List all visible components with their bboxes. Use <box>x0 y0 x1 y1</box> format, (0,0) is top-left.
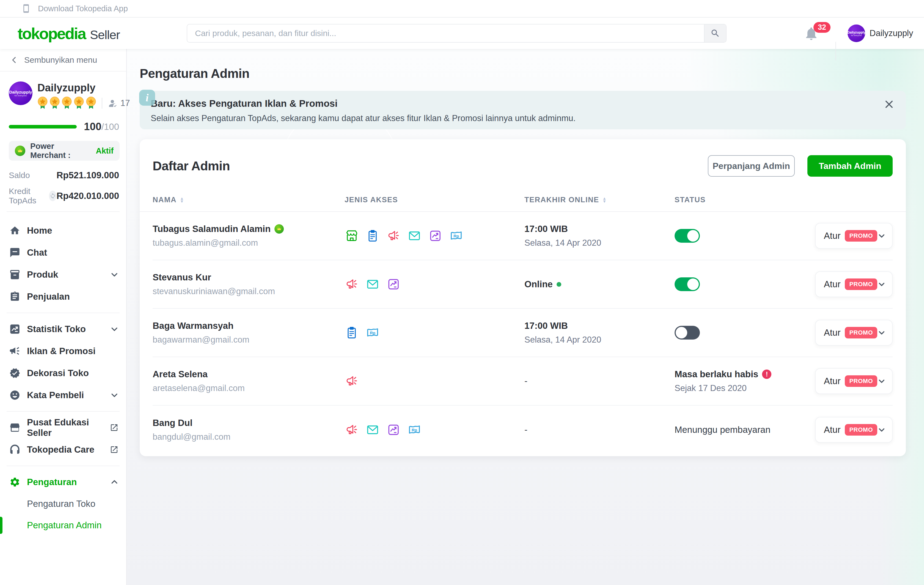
table-header: Nama ▲▼ Jenis Akses Terakhir Online ▲▼ S… <box>140 188 906 212</box>
follower-count[interactable]: 17 <box>108 98 130 108</box>
tokopedia-seller-logo[interactable]: tokopedia Seller <box>18 24 120 43</box>
tambah-admin-button[interactable]: Tambah Admin <box>807 155 893 177</box>
sidebar-item-pengaturan-toko[interactable]: Pengaturan Toko <box>0 493 126 514</box>
status-toggle[interactable] <box>675 229 700 243</box>
saldo-label: Saldo <box>9 170 30 180</box>
shop-name[interactable]: Dailyzupply <box>37 82 130 94</box>
sidebar-item-dekorasi-toko[interactable]: Dekorasi Toko <box>0 362 126 384</box>
star-medal-icon <box>62 97 72 110</box>
sidebar-item-penjualan[interactable]: Penjualan <box>0 286 126 307</box>
table-row: Areta Selenaaretaselena@gmail.com-Masa b… <box>153 357 893 406</box>
search-input[interactable] <box>187 29 704 38</box>
atur-label: Atur <box>824 279 841 289</box>
sidebar-item-pengaturan-admin[interactable]: Pengaturan Admin <box>0 514 126 536</box>
chevron-down-icon <box>878 280 886 288</box>
chevron-down-icon <box>110 325 119 333</box>
chevron-down-icon <box>110 271 119 279</box>
collapse-menu-button[interactable]: Sembunyikan menu <box>0 49 126 71</box>
chat-access-icon <box>365 423 380 437</box>
sidebar-item-home[interactable]: Home <box>0 220 126 241</box>
close-icon[interactable] <box>884 99 894 109</box>
gear-icon <box>9 477 21 488</box>
finance-access-icon: Rp <box>449 229 464 243</box>
table-body: Tubagus Salamudin Alamintubagus.alamin@g… <box>140 212 906 454</box>
admin-email: bangdul@gmail.com <box>153 432 345 442</box>
topads-credit-value: Rp420.010.000 <box>56 191 119 201</box>
wallet-summary: Saldo Rp521.109.000 Kredit TopAds Rp420.… <box>0 161 126 205</box>
page-title: Pengaturan Admin <box>140 49 906 81</box>
last-online: - <box>525 376 675 386</box>
active-indicator <box>0 517 2 534</box>
atur-button[interactable]: AturPROMO <box>815 271 893 297</box>
last-online-date: Selasa, 14 Apr 2020 <box>525 335 675 345</box>
chat-access-icon <box>365 277 380 291</box>
admin-name: Baga Warmansyah <box>153 321 345 331</box>
sidebar-item-statistik-toko[interactable]: Statistik Toko <box>0 318 126 340</box>
score-value: 100 <box>84 121 101 133</box>
perpanjang-admin-button[interactable]: Perpanjang Admin <box>708 155 795 177</box>
shop-avatar[interactable]: Dailyzupply for everyone <box>9 81 33 105</box>
orders-access-icon <box>365 229 380 243</box>
topads-credit-row[interactable]: Kredit TopAds Rp420.010.000 <box>9 187 119 205</box>
status-toggle[interactable] <box>675 278 700 291</box>
chevron-down-icon <box>110 391 119 399</box>
brand-wordmark: tokopedia <box>18 24 86 43</box>
star-medal-icon <box>50 97 60 110</box>
admin-name: Stevanus Kur <box>153 272 345 283</box>
smiley-icon <box>9 390 21 401</box>
last-online: 17:00 WIB <box>525 321 675 331</box>
chevron-up-icon <box>110 478 119 486</box>
crown-icon <box>15 145 25 156</box>
download-app-label[interactable]: Download Tokopedia App <box>38 4 128 13</box>
atur-button[interactable]: AturPROMO <box>815 223 893 249</box>
status-toggle[interactable] <box>675 326 700 340</box>
sidebar-item-iklan-promosi[interactable]: Iklan & Promosi <box>0 340 126 362</box>
column-jenis-akses: Jenis Akses <box>345 196 398 204</box>
ads-access-icon <box>345 423 359 437</box>
finance-access-icon: Rp <box>407 423 422 437</box>
banner-description: Selain akses Pengaturan TopAds, sekarang… <box>151 113 895 123</box>
promo-badge: PROMO <box>845 424 877 436</box>
saldo-row[interactable]: Saldo Rp521.109.000 <box>9 170 119 180</box>
sidebar-divider <box>7 411 120 411</box>
sidebar-item-kata-pembeli[interactable]: Kata Pembeli <box>0 384 126 406</box>
chevron-left-icon <box>10 56 18 64</box>
main-content: Pengaturan Admin i Baru: Akses Pengatura… <box>127 49 924 585</box>
sidebar-item-pusat-edukasi-seller[interactable]: Pusat Edukasi Seller <box>0 416 126 439</box>
last-online: Online <box>525 279 675 289</box>
atur-button[interactable]: AturPROMO <box>815 320 893 345</box>
column-status: Status <box>675 196 706 204</box>
global-search[interactable] <box>187 24 726 43</box>
account-menu[interactable]: Dailyzupply for everyone Dailyzupply <box>848 25 913 42</box>
chevron-down-icon <box>878 232 886 240</box>
person-check-icon <box>108 98 118 108</box>
alert-icon: ! <box>762 370 771 379</box>
atur-button[interactable]: AturPROMO <box>815 417 893 443</box>
notification-bell[interactable]: 32 <box>804 26 820 42</box>
search-button[interactable] <box>704 25 726 42</box>
sidebar-item-tokopedia-care[interactable]: Tokopedia Care <box>0 439 126 461</box>
power-merchant-chip[interactable]: Power Merchant : Aktif <box>9 141 120 161</box>
status-text: Masa berlaku habis! <box>675 369 771 380</box>
statistics-access-icon <box>386 423 401 437</box>
sidebar-item-chat[interactable]: Chat <box>0 241 126 264</box>
box-icon <box>9 269 21 280</box>
atur-label: Atur <box>824 376 841 386</box>
atur-button[interactable]: AturPROMO <box>815 368 893 394</box>
sort-icon[interactable]: ▲▼ <box>180 197 184 203</box>
sidebar-item-produk[interactable]: Produk <box>0 264 126 286</box>
saldo-value: Rp521.109.000 <box>56 170 119 180</box>
refresh-icon[interactable] <box>49 191 56 201</box>
svg-text:Rp: Rp <box>412 428 417 432</box>
download-app-bar[interactable]: Download Tokopedia App <box>0 0 924 18</box>
chat-icon <box>9 247 21 258</box>
promo-badge: PROMO <box>845 327 877 339</box>
ads-access-icon <box>345 374 359 388</box>
admin-email: stevanuskuriniawan@gmail.com <box>153 286 345 296</box>
sidebar-item-pengaturan[interactable]: Pengaturan <box>0 471 126 493</box>
sort-icon[interactable]: ▲▼ <box>602 197 607 203</box>
banner-title: Baru: Akses Pengaturan Iklan & Promosi <box>151 98 895 109</box>
account-avatar: Dailyzupply for everyone <box>848 25 865 42</box>
status-since: Sejak 17 Des 2020 <box>675 383 771 393</box>
brand-suffix: Seller <box>90 28 120 42</box>
